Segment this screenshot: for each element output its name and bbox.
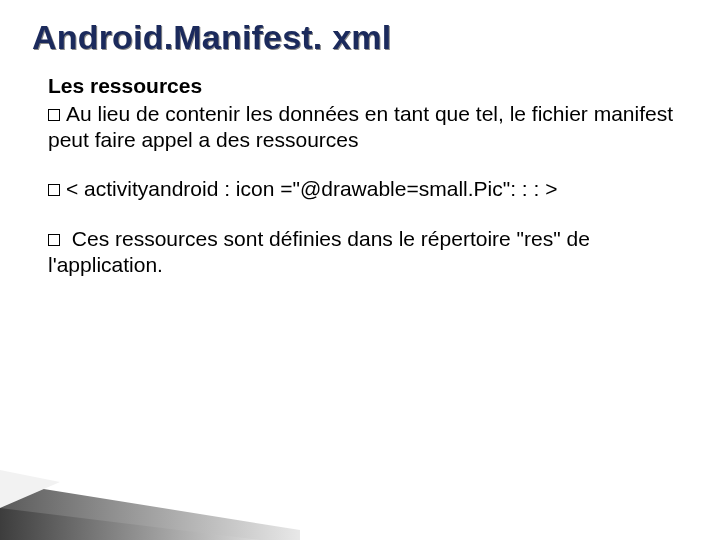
paragraph-3-text: Ces ressources sont définies dans le rép… xyxy=(48,227,590,276)
paragraph-2: < activityandroid : icon ="@drawable=sma… xyxy=(48,176,692,202)
paragraph-3: Ces ressources sont définies dans le rép… xyxy=(48,226,692,278)
code-lt: < xyxy=(66,177,78,200)
resources-heading: Les ressources xyxy=(48,73,692,99)
checkbox-icon xyxy=(48,184,60,196)
checkbox-icon xyxy=(48,234,60,246)
slide-body: Les ressources Au lieu de contenir les d… xyxy=(38,73,692,278)
slide: Android.Manifest. xml Les ressources Au … xyxy=(0,0,720,540)
paragraph-1-text: Au lieu de contenir les données en tant … xyxy=(48,102,673,151)
slide-title: Android.Manifest. xml xyxy=(32,18,692,57)
paragraph-1: Au lieu de contenir les données en tant … xyxy=(48,101,692,153)
decorative-wedge-icon xyxy=(0,430,300,540)
checkbox-icon xyxy=(48,109,60,121)
code-text: activityandroid : icon ="@drawable=small… xyxy=(78,177,557,200)
